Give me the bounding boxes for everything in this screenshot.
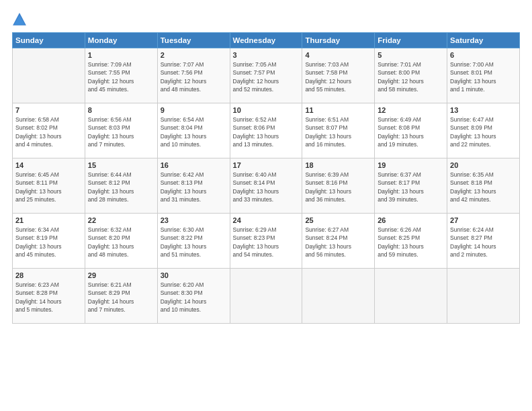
day-number: 27 bbox=[450, 216, 517, 224]
weekday-header-friday: Friday bbox=[375, 33, 447, 48]
day-number: 12 bbox=[378, 106, 444, 114]
calendar-cell: 30Sunrise: 6:20 AMSunset: 8:30 PMDayligh… bbox=[157, 269, 230, 324]
day-info: Sunrise: 6:26 AMSunset: 8:25 PMDaylight:… bbox=[378, 226, 444, 259]
calendar-cell: 3Sunrise: 7:05 AMSunset: 7:57 PMDaylight… bbox=[230, 48, 302, 103]
day-info: Sunrise: 7:03 AMSunset: 7:58 PMDaylight:… bbox=[305, 60, 371, 93]
day-info: Sunrise: 6:37 AMSunset: 8:17 PMDaylight:… bbox=[378, 171, 444, 203]
day-number: 21 bbox=[15, 216, 82, 224]
day-number: 9 bbox=[161, 106, 227, 114]
day-number: 2 bbox=[161, 51, 227, 59]
day-info: Sunrise: 6:47 AMSunset: 8:09 PMDaylight:… bbox=[450, 116, 517, 148]
calendar-cell: 17Sunrise: 6:40 AMSunset: 8:14 PMDayligh… bbox=[230, 158, 302, 214]
day-info: Sunrise: 7:07 AMSunset: 7:56 PMDaylight:… bbox=[161, 60, 227, 93]
calendar-cell: 28Sunrise: 6:23 AMSunset: 8:28 PMDayligh… bbox=[13, 269, 85, 324]
day-number: 3 bbox=[233, 51, 300, 59]
day-info: Sunrise: 6:54 AMSunset: 8:04 PMDaylight:… bbox=[161, 116, 227, 148]
day-info: Sunrise: 6:40 AMSunset: 8:14 PMDaylight:… bbox=[233, 171, 300, 203]
day-number: 18 bbox=[305, 161, 371, 169]
calendar-cell: 24Sunrise: 6:29 AMSunset: 8:23 PMDayligh… bbox=[230, 214, 302, 269]
calendar-cell: 12Sunrise: 6:49 AMSunset: 8:08 PMDayligh… bbox=[375, 103, 447, 158]
day-info: Sunrise: 7:00 AMSunset: 8:01 PMDaylight:… bbox=[450, 60, 517, 93]
day-info: Sunrise: 6:23 AMSunset: 8:28 PMDaylight:… bbox=[15, 281, 82, 314]
day-info: Sunrise: 7:01 AMSunset: 8:00 PMDaylight:… bbox=[378, 60, 444, 93]
weekday-header-row: SundayMondayTuesdayWednesdayThursdayFrid… bbox=[13, 33, 520, 48]
day-info: Sunrise: 6:24 AMSunset: 8:27 PMDaylight:… bbox=[450, 226, 517, 259]
calendar-table: SundayMondayTuesdayWednesdayThursdayFrid… bbox=[12, 32, 520, 324]
day-number: 5 bbox=[378, 51, 444, 59]
calendar-cell: 27Sunrise: 6:24 AMSunset: 8:27 PMDayligh… bbox=[447, 214, 520, 269]
calendar-cell: 1Sunrise: 7:09 AMSunset: 7:55 PMDaylight… bbox=[85, 48, 157, 103]
day-info: Sunrise: 7:09 AMSunset: 7:55 PMDaylight:… bbox=[88, 60, 154, 93]
day-info: Sunrise: 6:56 AMSunset: 8:03 PMDaylight:… bbox=[88, 116, 154, 148]
day-info: Sunrise: 6:20 AMSunset: 8:30 PMDaylight:… bbox=[161, 281, 227, 314]
day-number: 4 bbox=[305, 51, 371, 59]
calendar-cell: 7Sunrise: 6:58 AMSunset: 8:02 PMDaylight… bbox=[13, 103, 85, 158]
calendar-cell: 11Sunrise: 6:51 AMSunset: 8:07 PMDayligh… bbox=[302, 103, 375, 158]
calendar-cell: 16Sunrise: 6:42 AMSunset: 8:13 PMDayligh… bbox=[157, 158, 230, 214]
weekday-header-monday: Monday bbox=[85, 33, 157, 48]
day-number: 1 bbox=[88, 51, 154, 59]
calendar-cell bbox=[230, 269, 302, 324]
calendar-cell bbox=[13, 48, 85, 103]
weekday-header-saturday: Saturday bbox=[447, 33, 520, 48]
calendar-cell: 29Sunrise: 6:21 AMSunset: 8:29 PMDayligh… bbox=[85, 269, 157, 324]
calendar-cell: 20Sunrise: 6:35 AMSunset: 8:18 PMDayligh… bbox=[447, 158, 520, 214]
day-number: 23 bbox=[161, 216, 227, 224]
day-number: 13 bbox=[450, 106, 517, 114]
calendar-cell: 26Sunrise: 6:26 AMSunset: 8:25 PMDayligh… bbox=[375, 214, 447, 269]
week-row-5: 28Sunrise: 6:23 AMSunset: 8:28 PMDayligh… bbox=[13, 269, 520, 324]
weekday-header-tuesday: Tuesday bbox=[157, 33, 230, 48]
calendar-cell: 21Sunrise: 6:34 AMSunset: 8:19 PMDayligh… bbox=[13, 214, 85, 269]
day-info: Sunrise: 7:05 AMSunset: 7:57 PMDaylight:… bbox=[233, 60, 300, 93]
day-number: 8 bbox=[88, 106, 154, 114]
calendar-cell: 5Sunrise: 7:01 AMSunset: 8:00 PMDaylight… bbox=[375, 48, 447, 103]
calendar-cell: 9Sunrise: 6:54 AMSunset: 8:04 PMDaylight… bbox=[157, 103, 230, 158]
day-info: Sunrise: 6:42 AMSunset: 8:13 PMDaylight:… bbox=[161, 171, 227, 203]
day-info: Sunrise: 6:21 AMSunset: 8:29 PMDaylight:… bbox=[88, 281, 154, 314]
day-number: 26 bbox=[378, 216, 444, 224]
day-info: Sunrise: 6:35 AMSunset: 8:18 PMDaylight:… bbox=[450, 171, 517, 203]
weekday-header-wednesday: Wednesday bbox=[230, 33, 302, 48]
day-info: Sunrise: 6:27 AMSunset: 8:24 PMDaylight:… bbox=[305, 226, 371, 259]
day-number: 24 bbox=[233, 216, 300, 224]
calendar-cell: 14Sunrise: 6:45 AMSunset: 8:11 PMDayligh… bbox=[13, 158, 85, 214]
day-info: Sunrise: 6:34 AMSunset: 8:19 PMDaylight:… bbox=[15, 226, 82, 259]
calendar-cell: 2Sunrise: 7:07 AMSunset: 7:56 PMDaylight… bbox=[157, 48, 230, 103]
calendar-cell: 23Sunrise: 6:30 AMSunset: 8:22 PMDayligh… bbox=[157, 214, 230, 269]
calendar-cell: 13Sunrise: 6:47 AMSunset: 8:09 PMDayligh… bbox=[447, 103, 520, 158]
day-number: 14 bbox=[15, 161, 82, 169]
page-header bbox=[12, 12, 520, 27]
day-number: 20 bbox=[450, 161, 517, 169]
weekday-header-thursday: Thursday bbox=[302, 33, 375, 48]
calendar-cell: 19Sunrise: 6:37 AMSunset: 8:17 PMDayligh… bbox=[375, 158, 447, 214]
day-info: Sunrise: 6:51 AMSunset: 8:07 PMDaylight:… bbox=[305, 116, 371, 148]
calendar-cell bbox=[447, 269, 520, 324]
day-number: 17 bbox=[233, 161, 300, 169]
day-number: 15 bbox=[88, 161, 154, 169]
week-row-4: 21Sunrise: 6:34 AMSunset: 8:19 PMDayligh… bbox=[13, 214, 520, 269]
day-number: 16 bbox=[161, 161, 227, 169]
week-row-1: 1Sunrise: 7:09 AMSunset: 7:55 PMDaylight… bbox=[13, 48, 520, 103]
week-row-2: 7Sunrise: 6:58 AMSunset: 8:02 PMDaylight… bbox=[13, 103, 520, 158]
day-number: 30 bbox=[161, 271, 227, 279]
day-number: 22 bbox=[88, 216, 154, 224]
calendar-cell: 8Sunrise: 6:56 AMSunset: 8:03 PMDaylight… bbox=[85, 103, 157, 158]
calendar-cell bbox=[302, 269, 375, 324]
day-info: Sunrise: 6:49 AMSunset: 8:08 PMDaylight:… bbox=[378, 116, 444, 148]
logo bbox=[12, 12, 30, 27]
day-info: Sunrise: 6:44 AMSunset: 8:12 PMDaylight:… bbox=[88, 171, 154, 203]
calendar-cell: 22Sunrise: 6:32 AMSunset: 8:20 PMDayligh… bbox=[85, 214, 157, 269]
day-number: 29 bbox=[88, 271, 154, 279]
day-number: 7 bbox=[15, 106, 82, 114]
day-number: 10 bbox=[233, 106, 300, 114]
calendar-cell: 10Sunrise: 6:52 AMSunset: 8:06 PMDayligh… bbox=[230, 103, 302, 158]
logo-icon bbox=[12, 12, 27, 27]
day-info: Sunrise: 6:58 AMSunset: 8:02 PMDaylight:… bbox=[15, 116, 82, 148]
day-number: 28 bbox=[15, 271, 82, 279]
day-info: Sunrise: 6:30 AMSunset: 8:22 PMDaylight:… bbox=[161, 226, 227, 259]
svg-marker-1 bbox=[14, 15, 26, 24]
day-info: Sunrise: 6:39 AMSunset: 8:16 PMDaylight:… bbox=[305, 171, 371, 203]
day-number: 19 bbox=[378, 161, 444, 169]
day-info: Sunrise: 6:29 AMSunset: 8:23 PMDaylight:… bbox=[233, 226, 300, 259]
calendar-cell bbox=[375, 269, 447, 324]
